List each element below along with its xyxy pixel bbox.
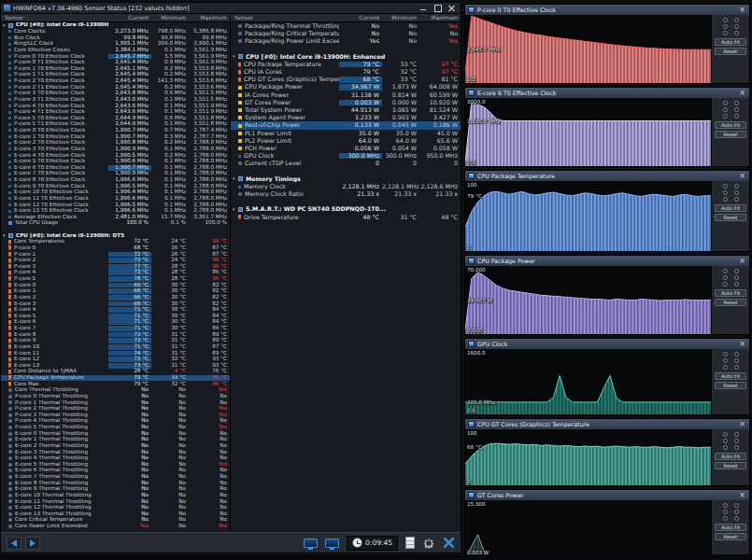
- radio-dot[interactable]: [734, 114, 739, 119]
- column-maximum[interactable]: Maximum: [419, 15, 461, 21]
- sensor-row[interactable]: E-core 1174 °C31 °C89 °C: [1, 350, 230, 357]
- sensor-row[interactable]: CPU IA Cores79 °C32 °C97 °C: [231, 68, 461, 76]
- sensor-row[interactable]: E-core 873 °C31 °C89 °C: [1, 331, 230, 338]
- close-icon[interactable]: ×: [738, 340, 746, 348]
- column-sensor[interactable]: Sensor: [231, 15, 339, 21]
- maximize-button[interactable]: [433, 5, 442, 11]
- sensor-row[interactable]: E-core 1373 °C31 °C93 °C: [1, 362, 230, 369]
- radio-dot[interactable]: [734, 510, 739, 514]
- radio-dot[interactable]: [734, 190, 739, 195]
- sensor-row[interactable]: System Agent Power3.233 W0.903 W3.427 W: [231, 114, 461, 121]
- radio-dot[interactable]: [734, 282, 739, 287]
- radio-dot[interactable]: [723, 365, 728, 370]
- sensor-row[interactable]: Core Clocks2,273.0 MHz798.0 MHz5,386.8 M…: [1, 29, 230, 35]
- sensor-row[interactable]: P-core 578 °C28 °C96 °C: [1, 276, 230, 283]
- sensor-row[interactable]: CPU Package Temperature79 °C34 °C96 °C: [1, 375, 230, 382]
- graph-titlebar[interactable]: P-core 0 T0 Effective Clock×: [465, 5, 749, 15]
- sensor-row[interactable]: Core Critical TemperatureNoNoNo: [1, 517, 230, 524]
- radio-dot[interactable]: [723, 275, 728, 280]
- sensor-row[interactable]: Drive Temperature48 °C31 °C48 °C: [231, 214, 461, 221]
- radio-dot[interactable]: [734, 269, 739, 273]
- graph-plot[interactable]: 3000.01,990.7 MHz0.0: [465, 98, 712, 166]
- collapse-arrow-icon[interactable]: ▾: [231, 207, 238, 212]
- sensor-row[interactable]: Average Effective Clock2,481.0 MHz15.7 M…: [1, 214, 230, 220]
- sensor-row[interactable]: E-core 671 °C30 °C84 °C: [1, 319, 230, 326]
- sensor-row[interactable]: P-core 5 Thermal ThrottlingNoNoYes: [1, 425, 230, 431]
- radio-dot[interactable]: [723, 184, 728, 189]
- radio-dot[interactable]: [734, 101, 739, 105]
- sensor-row[interactable]: P-core 377 °C28 °C96 °C: [1, 263, 230, 270]
- radio-dot[interactable]: [734, 275, 739, 280]
- radio-dot[interactable]: [734, 184, 739, 189]
- radio-dot[interactable]: [734, 358, 739, 363]
- sensor-row[interactable]: E-core 1 Thermal ThrottlingNoNoNo: [1, 437, 230, 443]
- settings-gear-icon[interactable]: [422, 537, 435, 550]
- sensor-row[interactable]: Total CPU Usage100.0 %0.1 %100.0 %: [1, 220, 230, 227]
- radio-dot[interactable]: [734, 197, 739, 202]
- sensor-row[interactable]: E-core 973 °C31 °C89 °C: [1, 338, 230, 344]
- sensor-row[interactable]: E-core 12 Thermal ThrottlingNoNoNo: [1, 505, 230, 511]
- sensor-row[interactable]: E-core 5 Thermal ThrottlingNoNoYes: [1, 461, 230, 468]
- close-icon[interactable]: ×: [738, 6, 746, 14]
- sensor-section-header[interactable]: ▾CPU [#0]: Intel Core i9-13900H: DTS: [1, 232, 230, 239]
- sensor-row[interactable]: P-core 473 °C28 °C86 °C: [1, 270, 230, 276]
- sensor-section-header[interactable]: ▾CPU [#0]: Intel Core i9-13900H: Enhance…: [231, 53, 461, 61]
- sensor-row[interactable]: E-core 266 °C30 °C82 °C: [1, 295, 230, 301]
- radio-dot[interactable]: [723, 445, 728, 450]
- scroll-right-button[interactable]: [25, 537, 40, 550]
- sensor-row[interactable]: PL2 Power Limit64.0 W64.0 W65.6 W: [231, 137, 461, 145]
- sensor-row[interactable]: E-core 771 °C30 °C84 °C: [1, 326, 230, 332]
- close-icon[interactable]: ×: [738, 491, 746, 499]
- reset-button[interactable]: Reset: [715, 382, 746, 389]
- sensor-row[interactable]: E-core 10 Thermal ThrottlingNoNoNo: [1, 493, 230, 499]
- graph-titlebar[interactable]: E-core 6 T0 Effective Clock×: [465, 88, 749, 98]
- sensor-row[interactable]: Package/Ring Thermal ThrottlingNoNoYes: [231, 22, 461, 30]
- sensor-row[interactable]: GT Cores Power0.003 W0.000 W10.920 W: [231, 99, 461, 106]
- sensor-row[interactable]: P-core 4 Thermal ThrottlingNoNoNo: [1, 418, 230, 425]
- auto-fit-button[interactable]: Auto Fit: [715, 38, 746, 46]
- radio-dot[interactable]: [734, 439, 739, 443]
- sensor-row[interactable]: E-core 471 °C30 °C84 °C: [1, 307, 230, 314]
- sensor-row[interactable]: Current cTDP Level000: [231, 160, 461, 167]
- radio-dot[interactable]: [723, 352, 728, 357]
- sensor-row[interactable]: Rest-of-Chip Power0.133 W0.045 W0.186 W: [231, 121, 461, 129]
- sensor-row[interactable]: Core Power Limit ExceededYesNoYes: [1, 524, 230, 530]
- sensor-row[interactable]: P-core 2 Thermal ThrottlingNoNoYes: [1, 406, 230, 413]
- radio-dot[interactable]: [734, 445, 739, 450]
- sensor-row[interactable]: PL1 Power Limit35.0 W35.0 W45.0 W: [231, 130, 461, 137]
- radio-dot[interactable]: [723, 358, 728, 363]
- radio-dot[interactable]: [723, 439, 728, 443]
- sensor-section-header[interactable]: ▾S.M.A.R.T.: WD PC SN740 SDDPNQD-1T0...: [231, 206, 461, 214]
- radio-dot[interactable]: [734, 352, 739, 357]
- column-current[interactable]: Current: [339, 15, 382, 21]
- graph-plot[interactable]: 1600.0300.0 MHz0.0: [465, 349, 712, 414]
- close-app-icon[interactable]: [443, 537, 455, 549]
- sensor-row[interactable]: CPU Package Power34.967 W1.873 W64.008 W: [231, 84, 461, 91]
- sensor-row[interactable]: IA Cores Power31.138 W0.814 W60.599 W: [231, 91, 461, 99]
- sensor-row[interactable]: P-core 3 Thermal ThrottlingNoNoYes: [1, 412, 230, 418]
- reset-button[interactable]: Reset: [715, 214, 746, 221]
- close-icon[interactable]: ×: [738, 172, 746, 180]
- minimize-button[interactable]: [419, 5, 428, 11]
- radio-dot[interactable]: [723, 503, 728, 508]
- sensor-row[interactable]: E-core 168 °C30 °C82 °C: [1, 288, 230, 295]
- remote-monitor-icon[interactable]: [325, 539, 339, 548]
- sensor-row[interactable]: CPU GT Cores (Graphics) Temperature68 °C…: [231, 76, 461, 83]
- sensor-row[interactable]: Memory Clock Ratio21.33 x21.33 x21.33 x: [231, 190, 461, 198]
- window-titlebar[interactable]: HWiNFO64 v7.36-4960 Sensor Status [232 v…: [1, 3, 461, 14]
- sensor-row[interactable]: E-core 368 °C30 °C82 °C: [1, 301, 230, 307]
- auto-fit-button[interactable]: Auto Fit: [715, 372, 746, 380]
- sensor-section-header[interactable]: ▾Memory Timings: [231, 175, 461, 183]
- sensor-row[interactable]: E-core 13 Thermal ThrottlingNoNoNo: [1, 511, 230, 517]
- collapse-arrow-icon[interactable]: ▾: [1, 23, 8, 28]
- sensor-row[interactable]: E-core 4 Thermal ThrottlingNoNoNo: [1, 455, 230, 462]
- radio-dot[interactable]: [734, 107, 739, 112]
- sensor-row[interactable]: P-core 172 °C26 °C87 °C: [1, 251, 230, 258]
- sensor-row[interactable]: E-core 11 Thermal ThrottlingNoNoNo: [1, 498, 230, 505]
- column-minimum[interactable]: Minimum: [151, 15, 189, 21]
- reset-button[interactable]: Reset: [715, 299, 746, 306]
- radio-dot[interactable]: [734, 365, 739, 370]
- close-icon[interactable]: ×: [738, 420, 746, 428]
- auto-fit-button[interactable]: Auto Fit: [715, 524, 746, 531]
- sensor-row[interactable]: P-core 068 °C26 °C87 °C: [1, 245, 230, 252]
